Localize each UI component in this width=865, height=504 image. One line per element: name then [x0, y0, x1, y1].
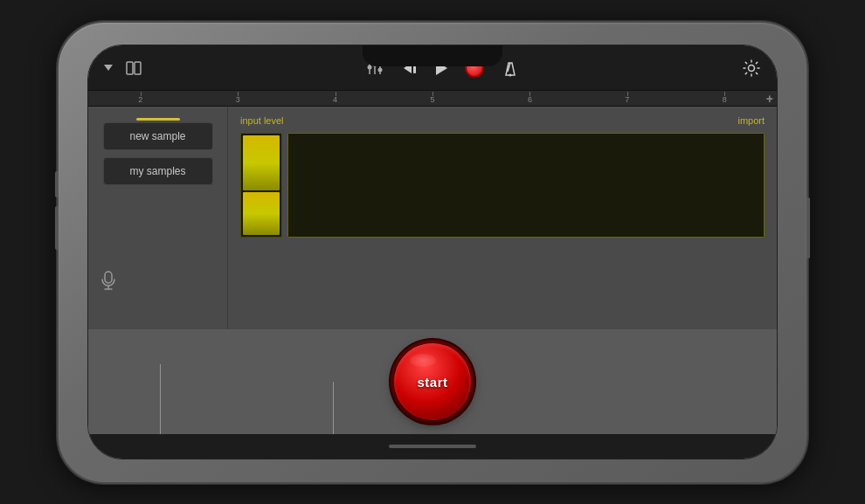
svg-rect-17: [288, 134, 764, 237]
right-panel: input level import: [228, 107, 777, 329]
main-content: new sample my samples: [88, 107, 777, 329]
my-samples-button[interactable]: my samples: [103, 157, 213, 185]
toolbar-right: [742, 59, 761, 78]
vu-bar-left: [243, 192, 280, 235]
left-panel: new sample my samples: [88, 107, 228, 329]
vu-meter: [240, 133, 282, 238]
side-button-right[interactable]: [806, 197, 810, 259]
ruler-mark-5: 5: [384, 95, 481, 104]
bottom-bar: [88, 434, 777, 459]
ruler: 2 3 4 5 6 7: [88, 91, 777, 107]
ruler-mark-3: 3: [189, 95, 286, 104]
gear-icon[interactable]: [742, 59, 761, 78]
ruler-mark-7: 7: [578, 95, 675, 104]
notch: [363, 45, 502, 66]
toolbar-left: [104, 60, 142, 76]
svg-point-7: [377, 67, 382, 72]
svg-rect-14: [105, 272, 112, 283]
level-header: input level import: [240, 115, 765, 126]
add-track-button[interactable]: +: [766, 92, 773, 106]
home-indicator[interactable]: [389, 445, 476, 448]
phone-shell: 2 3 4 5 6 7: [57, 21, 808, 484]
new-sample-button[interactable]: new sample: [103, 122, 213, 150]
vu-bar-right: [243, 135, 280, 190]
svg-rect-1: [135, 62, 141, 74]
mic-icon: [100, 271, 116, 294]
annotation-line-left: [160, 364, 161, 434]
start-button[interactable]: start: [394, 343, 471, 420]
chevron-down-icon[interactable]: [104, 65, 113, 71]
recording-area: start: [88, 329, 777, 434]
screen-bezel: 2 3 4 5 6 7: [87, 45, 778, 459]
grid-snap-icon[interactable]: [125, 60, 142, 76]
waveform-display: [287, 133, 765, 238]
screen: 2 3 4 5 6 7: [88, 45, 777, 459]
vu-container: [240, 133, 765, 238]
ruler-mark-4: 4: [287, 95, 384, 104]
svg-point-13: [749, 65, 755, 71]
annotation-line-center: [333, 382, 334, 434]
side-button-left-bottom[interactable]: [55, 206, 59, 250]
side-button-left-top[interactable]: [55, 171, 59, 197]
ruler-mark-6: 6: [481, 95, 578, 104]
metronome-icon[interactable]: [502, 59, 519, 77]
svg-rect-0: [127, 62, 133, 74]
svg-point-12: [509, 73, 511, 76]
import-button[interactable]: import: [737, 115, 765, 126]
ruler-mark-8: 8: [676, 95, 773, 104]
input-level-label: input level: [240, 115, 284, 126]
start-button-label: start: [417, 375, 447, 390]
ruler-numbers: 2 3 4 5 6 7: [92, 93, 773, 104]
ruler-mark-2: 2: [92, 95, 189, 104]
